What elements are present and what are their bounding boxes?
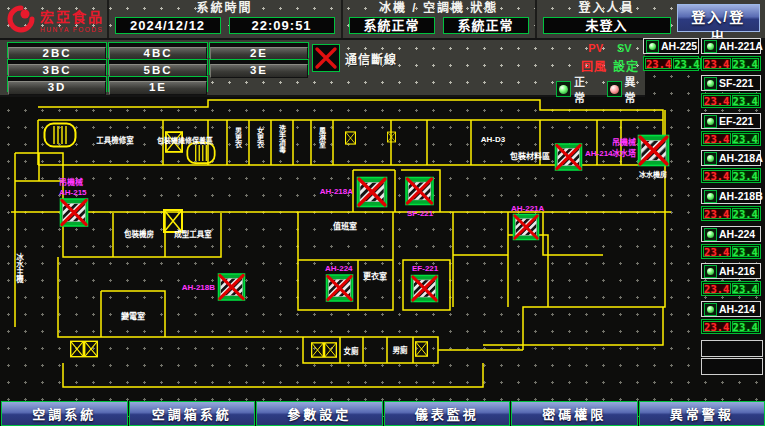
room-label: 包裝機房 — [123, 229, 154, 239]
nav-password-auth[interactable]: 密碼權限 — [511, 401, 638, 426]
room-label: 洗手消毒 — [279, 124, 287, 154]
ahu-unit-ah-218b[interactable] — [218, 274, 244, 300]
room-label: 變電室 — [120, 311, 145, 321]
device-name: AH-225 — [661, 40, 697, 52]
device-ah-224[interactable]: AH-224 — [701, 226, 761, 242]
floor-button-3d[interactable]: 3D — [8, 81, 106, 95]
room-label: 工具檢修室 — [96, 135, 134, 145]
floor-button-1e[interactable]: 1E — [109, 81, 207, 95]
device-led-icon — [704, 190, 717, 203]
device-led-icon — [704, 152, 717, 165]
unit-label: AH-218A — [320, 187, 354, 196]
elevator-icon — [416, 342, 428, 356]
ac-status: 系統正常 — [443, 17, 529, 34]
device-name: EF-221 — [719, 115, 753, 127]
login-status: 未登入 — [543, 17, 671, 34]
floor-selector-strip: 2BC 4BC 2E 3BC 5BC 3E 3D 1E 通信斷線 PV SV 回… — [0, 40, 645, 97]
comm-loss-x-icon — [312, 44, 340, 72]
unit-label: AH-214 — [585, 149, 613, 158]
login-label: 登入人員 — [579, 1, 635, 16]
device-led-icon — [704, 77, 717, 90]
unit-label: 冰水塔 — [612, 148, 637, 158]
date-display: 2024/12/12 — [115, 17, 221, 34]
pv-value: 23.4 — [703, 58, 731, 69]
nav-parameter-setting[interactable]: 參數設定 — [256, 401, 383, 426]
sv-label: SV — [617, 42, 632, 54]
device-name: AH-218B — [719, 190, 763, 202]
room-label: 男更衣 — [234, 127, 242, 149]
header: 宏亞食品 HUNYA FOODS 系統時間 2024/12/12 22:09:5… — [0, 0, 765, 40]
sv-value: 23.4 — [732, 246, 760, 257]
elevator-icon — [85, 341, 98, 356]
device-ah-214[interactable]: AH-214 — [701, 301, 761, 317]
pv-sub-label: 回風 — [581, 57, 607, 74]
ahu-unit-ah-214[interactable] — [555, 144, 581, 170]
room-label: 風淋室 — [319, 127, 328, 149]
device-led-icon — [646, 40, 659, 53]
device-sf-221[interactable]: SF-221 — [701, 75, 761, 91]
device-values: 23.4 23.4 — [701, 281, 761, 296]
pv-value: 23.4 — [703, 283, 731, 294]
device-ah-225[interactable]: AH-225 — [643, 38, 699, 54]
shaft-icon — [164, 210, 182, 232]
device-values: 23.4 23.4 — [701, 206, 761, 221]
nav-ac-system[interactable]: 空調系統 — [1, 401, 128, 426]
device-led-icon — [704, 265, 717, 278]
logo: 宏亞食品 HUNYA FOODS — [0, 0, 109, 38]
device-led-icon — [704, 228, 717, 241]
sv-value: 23.4 — [732, 283, 760, 294]
unit-label: 吊機械 — [59, 177, 83, 187]
ahu-unit-ah-224[interactable] — [326, 275, 352, 301]
elevator-icon — [312, 343, 324, 357]
sv-value: 23.4 — [732, 321, 760, 332]
system-time-label: 系統時間 — [197, 1, 253, 16]
device-led-icon — [704, 40, 717, 53]
machine-status-label: 冰機 / 空調機 狀態 — [379, 1, 498, 16]
device-values: 23.4 23.4 — [701, 319, 761, 334]
stairs-icon — [45, 124, 76, 147]
system-time-section: 系統時間 2024/12/12 22:09:51 — [109, 0, 343, 38]
pv-value: 23.4 — [703, 321, 731, 332]
sv-value: 23.4 — [732, 170, 760, 181]
comm-loss-label: 通信斷線 — [345, 50, 397, 67]
device-ah-218a[interactable]: AH-218A — [701, 150, 761, 166]
elevator-icon — [71, 341, 84, 356]
logo-icon — [6, 4, 36, 34]
device-ef-221[interactable]: EF-221 — [701, 113, 761, 129]
unit-label: 吊機械 — [612, 137, 636, 147]
pv-value: 23.4 — [703, 95, 731, 106]
device-sidebar: AH-225 AH-221A 23.4 23.4 23.4 23.4 SF-22… — [643, 38, 763, 398]
floor-button-grid: 2BC 4BC 2E 3BC 5BC 3E 3D 1E — [7, 42, 309, 92]
sv-value: 23.4 — [673, 58, 700, 69]
unit-label: AH-215 — [59, 188, 87, 197]
machine-status-section: 冰機 / 空調機 狀態 系統正常 系統正常 — [343, 0, 537, 38]
sv-value: 23.4 — [732, 208, 760, 219]
device-values: 23.4 23.4 — [643, 56, 699, 71]
device-name: SF-221 — [719, 77, 753, 89]
room-label: AH-D3 — [481, 135, 506, 144]
ahu-unit-ah-221a[interactable] — [513, 214, 538, 239]
nav-alarm[interactable]: 異常警報 — [639, 401, 765, 426]
nav-meter-monitor[interactable]: 儀表監視 — [384, 401, 511, 426]
sv-value: 23.4 — [732, 95, 760, 106]
ahu-unit-ah-215[interactable] — [60, 199, 87, 226]
login-logout-button[interactable]: 登入/登出 — [677, 4, 760, 32]
device-values: 23.4 23.4 — [701, 93, 761, 108]
ahu-unit-ah-218a[interactable] — [358, 178, 387, 207]
logo-subtext: HUNYA FOODS — [40, 26, 104, 33]
room-label: 更衣室 — [363, 271, 387, 281]
floorplan: 吊機械 AH-215 AH-218A SF-221 AH-218B AH-224… — [3, 95, 675, 400]
device-ah-216[interactable]: AH-216 — [701, 263, 761, 279]
ahu-unit-sf-221[interactable] — [406, 177, 433, 204]
device-values: 23.4 23.4 — [701, 131, 761, 146]
device-ah-218b[interactable]: AH-218B — [701, 188, 761, 204]
room-label: 男廁 — [393, 345, 408, 355]
room-label: 值班室 — [333, 221, 357, 231]
unit-label: AH-224 — [325, 264, 353, 273]
device-ah-221a[interactable]: AH-221A — [701, 38, 761, 54]
device-values: 23.4 23.4 — [701, 168, 761, 183]
nav-ahu-system[interactable]: 空調箱系統 — [129, 401, 256, 426]
ahu-unit-ef-221[interactable] — [411, 275, 437, 301]
elevator-icon — [325, 343, 337, 357]
sv-value: 23.4 — [732, 58, 760, 69]
